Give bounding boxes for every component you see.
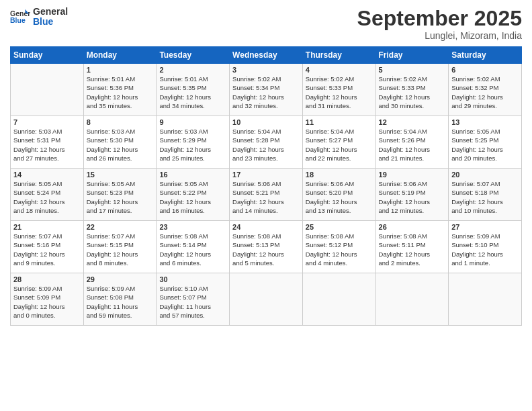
- day-info: Sunrise: 5:05 AM Sunset: 5:25 PM Dayligh…: [451, 127, 519, 163]
- day-number: 23: [159, 223, 226, 231]
- calendar-cell: 10Sunrise: 5:04 AM Sunset: 5:28 PM Dayli…: [230, 116, 303, 169]
- calendar-cell: 2Sunrise: 5:01 AM Sunset: 5:35 PM Daylig…: [157, 64, 230, 116]
- day-number: 24: [232, 223, 300, 231]
- calendar-cell: 30Sunrise: 5:10 AM Sunset: 5:07 PM Dayli…: [157, 273, 230, 326]
- calendar-cell: 28Sunrise: 5:09 AM Sunset: 5:09 PM Dayli…: [11, 273, 84, 326]
- day-number: 27: [451, 223, 519, 231]
- day-number: 21: [13, 223, 81, 231]
- calendar-cell: 22Sunrise: 5:07 AM Sunset: 5:15 PM Dayli…: [83, 221, 157, 273]
- calendar-cell: 29Sunrise: 5:09 AM Sunset: 5:08 PM Dayli…: [83, 273, 157, 326]
- day-info: Sunrise: 5:07 AM Sunset: 5:15 PM Dayligh…: [87, 232, 154, 267]
- day-info: Sunrise: 5:01 AM Sunset: 5:35 PM Dayligh…: [159, 75, 226, 110]
- day-info: Sunrise: 5:02 AM Sunset: 5:32 PM Dayligh…: [451, 75, 519, 110]
- calendar-cell: 18Sunrise: 5:06 AM Sunset: 5:20 PM Dayli…: [302, 169, 375, 221]
- day-number: 8: [87, 118, 154, 126]
- day-number: 13: [451, 118, 519, 126]
- day-number: 14: [13, 171, 81, 179]
- day-info: Sunrise: 5:04 AM Sunset: 5:26 PM Dayligh…: [379, 127, 446, 163]
- day-number: 17: [232, 171, 300, 179]
- day-number: 5: [379, 66, 446, 74]
- day-info: Sunrise: 5:08 AM Sunset: 5:11 PM Dayligh…: [379, 232, 446, 267]
- day-info: Sunrise: 5:05 AM Sunset: 5:23 PM Dayligh…: [87, 179, 154, 215]
- calendar-cell: 8Sunrise: 5:03 AM Sunset: 5:30 PM Daylig…: [83, 116, 157, 169]
- calendar-cell: 4Sunrise: 5:02 AM Sunset: 5:33 PM Daylig…: [302, 64, 375, 116]
- day-number: 2: [159, 66, 226, 74]
- day-info: Sunrise: 5:05 AM Sunset: 5:22 PM Dayligh…: [159, 179, 226, 215]
- day-number: 22: [87, 223, 154, 231]
- day-number: 19: [379, 171, 446, 179]
- weekday-header-friday: Friday: [375, 47, 449, 64]
- day-number: 11: [306, 118, 373, 126]
- day-number: 16: [159, 171, 226, 179]
- weekday-header-sunday: Sunday: [11, 47, 84, 64]
- day-number: 1: [87, 66, 154, 74]
- day-info: Sunrise: 5:02 AM Sunset: 5:33 PM Dayligh…: [306, 75, 373, 110]
- calendar-week-2: 7Sunrise: 5:03 AM Sunset: 5:31 PM Daylig…: [11, 116, 522, 169]
- weekday-header-monday: Monday: [83, 47, 157, 64]
- day-number: 4: [306, 66, 373, 74]
- calendar-table: SundayMondayTuesdayWednesdayThursdayFrid…: [10, 46, 522, 326]
- logo-line2: Blue: [33, 17, 68, 27]
- day-info: Sunrise: 5:05 AM Sunset: 5:24 PM Dayligh…: [13, 179, 81, 215]
- calendar-week-1: 1Sunrise: 5:01 AM Sunset: 5:36 PM Daylig…: [11, 64, 522, 116]
- logo-line1: General: [33, 7, 68, 17]
- calendar-cell: 24Sunrise: 5:08 AM Sunset: 5:13 PM Dayli…: [230, 221, 303, 273]
- calendar-cell: 9Sunrise: 5:03 AM Sunset: 5:29 PM Daylig…: [157, 116, 230, 169]
- calendar-cell: 1Sunrise: 5:01 AM Sunset: 5:36 PM Daylig…: [83, 64, 157, 116]
- day-info: Sunrise: 5:08 AM Sunset: 5:14 PM Dayligh…: [159, 232, 226, 267]
- calendar-cell: 12Sunrise: 5:04 AM Sunset: 5:26 PM Dayli…: [375, 116, 449, 169]
- calendar-cell: 23Sunrise: 5:08 AM Sunset: 5:14 PM Dayli…: [157, 221, 230, 273]
- calendar-cell: 11Sunrise: 5:04 AM Sunset: 5:27 PM Dayli…: [302, 116, 375, 169]
- day-info: Sunrise: 5:04 AM Sunset: 5:28 PM Dayligh…: [232, 127, 300, 163]
- day-info: Sunrise: 5:03 AM Sunset: 5:29 PM Dayligh…: [159, 127, 226, 163]
- calendar-week-5: 28Sunrise: 5:09 AM Sunset: 5:09 PM Dayli…: [11, 273, 522, 326]
- day-info: Sunrise: 5:07 AM Sunset: 5:18 PM Dayligh…: [451, 179, 519, 215]
- calendar-cell: 15Sunrise: 5:05 AM Sunset: 5:23 PM Dayli…: [83, 169, 157, 221]
- day-number: 30: [159, 275, 226, 283]
- location: Lunglei, Mizoram, India: [357, 30, 522, 41]
- calendar-header-row: SundayMondayTuesdayWednesdayThursdayFrid…: [11, 47, 522, 64]
- calendar-cell: [375, 273, 449, 326]
- day-number: 25: [306, 223, 373, 231]
- day-number: 26: [379, 223, 446, 231]
- day-info: Sunrise: 5:06 AM Sunset: 5:20 PM Dayligh…: [306, 179, 373, 215]
- day-number: 10: [232, 118, 300, 126]
- day-number: 7: [13, 118, 81, 126]
- day-info: Sunrise: 5:07 AM Sunset: 5:16 PM Dayligh…: [13, 232, 81, 267]
- day-info: Sunrise: 5:03 AM Sunset: 5:31 PM Dayligh…: [13, 127, 81, 163]
- day-number: 12: [379, 118, 446, 126]
- day-info: Sunrise: 5:02 AM Sunset: 5:33 PM Dayligh…: [379, 75, 446, 110]
- weekday-header-saturday: Saturday: [449, 47, 522, 64]
- title-block: September 2025 Lunglei, Mizoram, India: [357, 7, 522, 41]
- day-info: Sunrise: 5:04 AM Sunset: 5:27 PM Dayligh…: [306, 127, 373, 163]
- day-info: Sunrise: 5:08 AM Sunset: 5:12 PM Dayligh…: [306, 232, 373, 267]
- calendar-week-4: 21Sunrise: 5:07 AM Sunset: 5:16 PM Dayli…: [11, 221, 522, 273]
- calendar-cell: 14Sunrise: 5:05 AM Sunset: 5:24 PM Dayli…: [11, 169, 84, 221]
- calendar-cell: 6Sunrise: 5:02 AM Sunset: 5:32 PM Daylig…: [449, 64, 522, 116]
- day-info: Sunrise: 5:01 AM Sunset: 5:36 PM Dayligh…: [87, 75, 154, 110]
- logo: General Blue General Blue: [10, 7, 68, 28]
- calendar-cell: 13Sunrise: 5:05 AM Sunset: 5:25 PM Dayli…: [449, 116, 522, 169]
- calendar-cell: [449, 273, 522, 326]
- day-info: Sunrise: 5:06 AM Sunset: 5:21 PM Dayligh…: [232, 179, 300, 215]
- calendar-cell: 5Sunrise: 5:02 AM Sunset: 5:33 PM Daylig…: [375, 64, 449, 116]
- month-title: September 2025: [357, 7, 522, 30]
- calendar-cell: 21Sunrise: 5:07 AM Sunset: 5:16 PM Dayli…: [11, 221, 84, 273]
- day-number: 3: [232, 66, 300, 74]
- day-info: Sunrise: 5:09 AM Sunset: 5:10 PM Dayligh…: [451, 232, 519, 267]
- calendar-cell: 27Sunrise: 5:09 AM Sunset: 5:10 PM Dayli…: [449, 221, 522, 273]
- day-number: 15: [87, 171, 154, 179]
- day-info: Sunrise: 5:02 AM Sunset: 5:34 PM Dayligh…: [232, 75, 300, 110]
- calendar-cell: [302, 273, 375, 326]
- calendar-cell: 19Sunrise: 5:06 AM Sunset: 5:19 PM Dayli…: [375, 169, 449, 221]
- calendar-cell: 25Sunrise: 5:08 AM Sunset: 5:12 PM Dayli…: [302, 221, 375, 273]
- day-info: Sunrise: 5:08 AM Sunset: 5:13 PM Dayligh…: [232, 232, 300, 267]
- day-info: Sunrise: 5:09 AM Sunset: 5:08 PM Dayligh…: [87, 284, 154, 320]
- calendar-week-3: 14Sunrise: 5:05 AM Sunset: 5:24 PM Dayli…: [11, 169, 522, 221]
- calendar-cell: 7Sunrise: 5:03 AM Sunset: 5:31 PM Daylig…: [11, 116, 84, 169]
- weekday-header-wednesday: Wednesday: [230, 47, 303, 64]
- calendar-body: 1Sunrise: 5:01 AM Sunset: 5:36 PM Daylig…: [11, 64, 522, 326]
- svg-text:Blue: Blue: [10, 16, 26, 24]
- day-number: 6: [451, 66, 519, 74]
- day-number: 29: [87, 275, 154, 283]
